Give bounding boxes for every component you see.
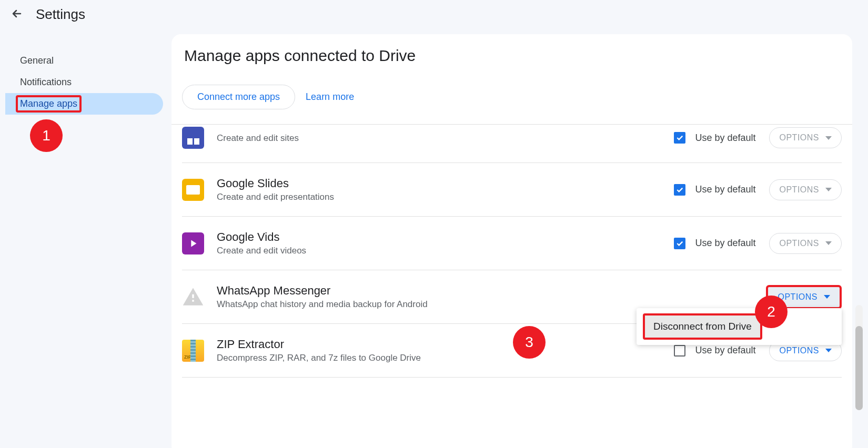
sidebar-item-manage-apps[interactable]: Manage apps — [5, 93, 163, 115]
use-by-default-checkbox[interactable] — [674, 132, 685, 144]
app-desc: WhatsApp chat history and media backup f… — [217, 299, 671, 310]
app-name: Google Vids — [217, 230, 674, 244]
chevron-down-icon — [825, 349, 832, 352]
options-button[interactable]: OPTIONS — [769, 233, 842, 254]
options-label: OPTIONS — [779, 346, 819, 355]
use-by-default-label: Use by default — [695, 238, 755, 249]
scrollbar[interactable] — [855, 305, 863, 410]
chevron-down-icon — [825, 136, 832, 140]
disconnect-from-drive-item[interactable]: Disconnect from Drive — [643, 313, 762, 340]
sidebar: General Notifications Manage apps — [0, 29, 166, 448]
sidebar-item-general[interactable]: General — [5, 50, 163, 72]
app-desc: Create and edit presentations — [217, 192, 674, 202]
use-by-default-label: Use by default — [695, 345, 755, 356]
use-by-default-checkbox[interactable] — [674, 238, 685, 249]
app-name: ZIP Extractor — [217, 338, 674, 351]
callout-badge-1: 1 — [30, 119, 63, 152]
sites-icon — [182, 127, 204, 149]
callout-badge-2: 2 — [755, 296, 788, 328]
options-button[interactable]: OPTIONS — [769, 127, 842, 148]
use-by-default-label: Use by default — [695, 184, 755, 195]
app-row-slides: Google Slides Create and edit presentati… — [182, 163, 842, 217]
options-button[interactable]: OPTIONS — [769, 179, 842, 200]
app-name: Google Slides — [217, 177, 674, 190]
use-by-default-checkbox[interactable] — [674, 184, 685, 196]
warning-icon — [182, 286, 204, 308]
app-row-sites: Google Sites Create and edit sites Use b… — [182, 125, 842, 163]
app-name: Google Sites — [217, 126, 674, 131]
app-desc: Decompress ZIP, RAR, and 7z files to Goo… — [217, 353, 674, 363]
use-by-default-label: Use by default — [695, 133, 755, 144]
connect-more-apps-button[interactable]: Connect more apps — [182, 85, 295, 109]
main-title: Manage apps connected to Drive — [184, 47, 842, 65]
app-desc: Create and edit sites — [217, 133, 674, 144]
main-panel: Manage apps connected to Drive Connect m… — [171, 34, 852, 448]
page-title: Settings — [36, 6, 85, 23]
chevron-down-icon — [825, 188, 832, 191]
chevron-down-icon — [824, 295, 830, 299]
learn-more-link[interactable]: Learn more — [306, 91, 354, 103]
options-label: OPTIONS — [778, 292, 817, 302]
sidebar-item-label: Manage apps — [16, 95, 82, 113]
use-by-default-checkbox[interactable] — [674, 345, 685, 357]
vids-icon — [182, 232, 204, 254]
sidebar-item-notifications[interactable]: Notifications — [5, 72, 163, 93]
slides-icon — [182, 179, 204, 201]
options-label: OPTIONS — [779, 239, 819, 248]
app-row-whatsapp: WhatsApp Messenger WhatsApp chat history… — [182, 270, 842, 324]
options-label: OPTIONS — [779, 133, 819, 142]
app-row-vids: Google Vids Create and edit videos Use b… — [182, 217, 842, 270]
zip-icon — [182, 340, 204, 362]
callout-badge-3: 3 — [513, 326, 546, 359]
options-label: OPTIONS — [779, 185, 819, 195]
chevron-down-icon — [825, 241, 832, 245]
back-arrow-icon[interactable] — [11, 7, 23, 22]
app-name: WhatsApp Messenger — [217, 284, 671, 298]
options-dropdown: Disconnect from Drive — [637, 308, 842, 345]
app-desc: Create and edit videos — [217, 246, 674, 256]
scrollbar-thumb[interactable] — [855, 326, 863, 410]
